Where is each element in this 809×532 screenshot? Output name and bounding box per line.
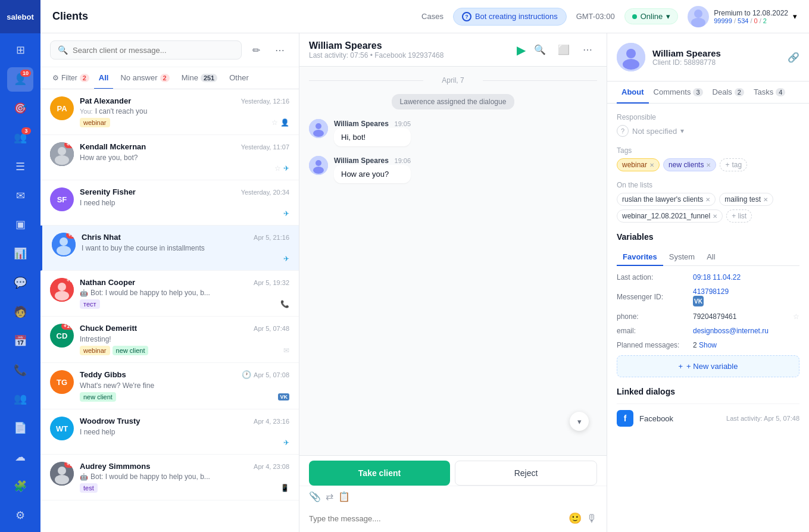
add-tag-button[interactable]: + tag: [720, 158, 747, 171]
list-ruslan[interactable]: ruslan the lawyer's clients ✕: [617, 193, 716, 206]
favorite-star-icon[interactable]: ☆: [793, 312, 799, 321]
tag: test: [80, 483, 98, 493]
remove-tag-webinar[interactable]: ✕: [649, 162, 654, 168]
transfer-icon[interactable]: ⇄: [326, 491, 333, 502]
message-sender: William Speares: [334, 120, 389, 128]
var-tab-system[interactable]: System: [663, 249, 701, 266]
cases-link[interactable]: Cases: [421, 12, 443, 21]
var-value-planned[interactable]: 2 Show: [693, 341, 799, 349]
var-tab-favorites[interactable]: Favorites: [617, 249, 663, 266]
list-item[interactable]: SF Serenity Fisher Yesterday, 20:34 I ne…: [40, 180, 299, 226]
scroll-down-button[interactable]: ▾: [570, 412, 589, 431]
nav-item-clients[interactable]: 👤 10: [7, 67, 33, 92]
var-tab-all[interactable]: All: [701, 249, 721, 266]
tab-other[interactable]: Other: [224, 67, 254, 89]
split-view-button[interactable]: ⬜: [554, 40, 573, 60]
list-item[interactable]: TG Teddy Gibbs 🕐 Apr 5, 07:08 What's new…: [40, 363, 299, 409]
tab-all[interactable]: All: [94, 67, 114, 89]
avatar-badge: +17: [61, 324, 74, 330]
responsible-value: Not specified: [632, 127, 677, 136]
more-chat-options-button[interactable]: ⋯: [578, 40, 597, 60]
list-item[interactable]: +2 Chris Nhat Apr 5, 21:16 I want to buy…: [40, 226, 299, 271]
list-item[interactable]: CD +17 Chuck Demeritt Apr 5, 07:48 Intre…: [40, 317, 299, 363]
tag-webinar[interactable]: webinar ✕: [617, 158, 660, 171]
user-avatar: [688, 6, 709, 27]
nav-item-chat[interactable]: 💬: [7, 271, 33, 295]
nav-item-list[interactable]: ☰: [7, 154, 33, 179]
tab-no-answer[interactable]: No answer 2: [115, 67, 174, 89]
svg-point-13: [55, 475, 69, 484]
app-logo[interactable]: salebot: [0, 0, 40, 33]
nav-item-phone[interactable]: 📞: [7, 358, 33, 382]
var-value-last-action[interactable]: 09:18 11.04.22: [693, 273, 799, 281]
var-value-email[interactable]: designboss@internet.ru: [693, 327, 799, 335]
new-variable-button[interactable]: + + New variable: [617, 355, 799, 377]
nav-item-person[interactable]: 🧑: [7, 299, 33, 324]
nav-item-settings[interactable]: ⚙: [7, 503, 33, 527]
nav-item-tag[interactable]: ▣: [7, 212, 33, 237]
user-icon: 👤: [280, 118, 289, 127]
attachment-icon[interactable]: 📎: [309, 491, 321, 502]
list-mailing[interactable]: mailing test ✕: [719, 193, 773, 206]
take-client-button[interactable]: Take client: [309, 461, 450, 486]
search-input[interactable]: [73, 46, 234, 55]
play-button[interactable]: ▶: [517, 43, 526, 57]
tasks-count: 4: [776, 88, 785, 96]
microphone-icon[interactable]: 🎙: [586, 512, 597, 525]
client-name: Chris Nhat: [82, 233, 121, 242]
tab-about[interactable]: About: [617, 82, 649, 104]
timer-icon: 🕐: [242, 370, 251, 379]
tab-mine[interactable]: Mine 251: [177, 67, 223, 89]
search-input-wrap[interactable]: 🔍: [50, 40, 242, 60]
bot-instructions-button[interactable]: ? Bot creating instructions: [453, 8, 567, 26]
message-sender: William Speares: [334, 157, 389, 165]
tab-comments[interactable]: Comments 3: [649, 82, 708, 104]
responsible-chevron-icon[interactable]: ▾: [680, 127, 684, 135]
nav-item-chart[interactable]: 📊: [7, 242, 33, 266]
nav-item-mail[interactable]: ✉: [7, 183, 33, 208]
list-item[interactable]: WT Woodrow Trusty Apr 4, 23:16 I need he…: [40, 409, 299, 455]
list-item[interactable]: +4 Kendall Mckernan Yesterday, 11:07 How…: [40, 135, 299, 180]
add-list-button[interactable]: + list: [726, 209, 752, 223]
nav-item-file[interactable]: 📄: [7, 416, 33, 440]
online-status-badge[interactable]: Online ▾: [624, 8, 679, 24]
tag-new-clients[interactable]: new clients ✕: [663, 158, 716, 171]
client-list-panel: 🔍 ✏ ⋯ ⚙ Filter 2 All No answer 2: [40, 33, 299, 532]
remove-list-mailing[interactable]: ✕: [763, 196, 768, 203]
right-panel-header: William Speares Client ID: 58898778 🔗: [607, 33, 809, 82]
message-input[interactable]: [309, 514, 564, 523]
more-options-button[interactable]: ⋯: [270, 40, 289, 60]
external-link-icon[interactable]: 🔗: [788, 52, 799, 63]
template-icon[interactable]: 📋: [338, 491, 350, 502]
nav-item-target[interactable]: 🎯: [7, 96, 33, 121]
search-chat-button[interactable]: 🔍: [530, 40, 549, 60]
responsible-label: Responsible: [617, 113, 799, 121]
nav-item-group[interactable]: 👥: [7, 387, 33, 411]
compose-button[interactable]: ✏: [246, 40, 265, 60]
emoji-icon[interactable]: 🙂: [569, 512, 582, 525]
telegram-icon: ✈: [283, 209, 289, 218]
nav-item-puzzle[interactable]: 🧩: [7, 474, 33, 498]
tab-tasks[interactable]: Tasks 4: [749, 82, 790, 104]
variable-row: Messenger ID: 413798129 VK: [617, 287, 799, 306]
list-item[interactable]: PA Pat Alexander Yesterday, 12:16 You: I…: [40, 89, 299, 135]
list-item[interactable]: +2 Audrey Simmmons Apr 4, 23:08 🤖 Bot: I…: [40, 455, 299, 500]
user-info[interactable]: Premium to 12.08.2022 99999 / 534 / 0 / …: [688, 6, 797, 27]
linked-dialog-facebook[interactable]: f Facebook Last activity: Apr 5, 07:48: [617, 403, 799, 433]
remove-list-webinar-funnel[interactable]: ✕: [713, 213, 717, 220]
nav-item-grid[interactable]: ⊞: [7, 38, 33, 62]
var-label: email:: [617, 327, 688, 335]
avatar: +1: [50, 278, 74, 302]
nav-item-calendar[interactable]: 📅: [7, 328, 33, 353]
list-item[interactable]: +1 Nathan Cooper Apr 5, 19:32 🤖 Bot: I w…: [40, 271, 299, 317]
reject-button[interactable]: Reject: [455, 461, 597, 486]
tags-field: Tags webinar ✕ new clients ✕ + tag: [617, 146, 799, 171]
tab-deals[interactable]: Deals 2: [708, 82, 749, 104]
remove-list-ruslan[interactable]: ✕: [705, 196, 710, 203]
tag: new client: [113, 346, 149, 355]
nav-item-users[interactable]: 👥3: [7, 125, 33, 149]
filter-button[interactable]: ⚙ Filter 2: [50, 68, 92, 89]
list-webinar-funnel[interactable]: webinar_12.08.2021_funnel ✕: [617, 209, 723, 223]
remove-tag-new-clients[interactable]: ✕: [706, 162, 711, 168]
nav-item-cloud[interactable]: ☁: [7, 445, 33, 470]
